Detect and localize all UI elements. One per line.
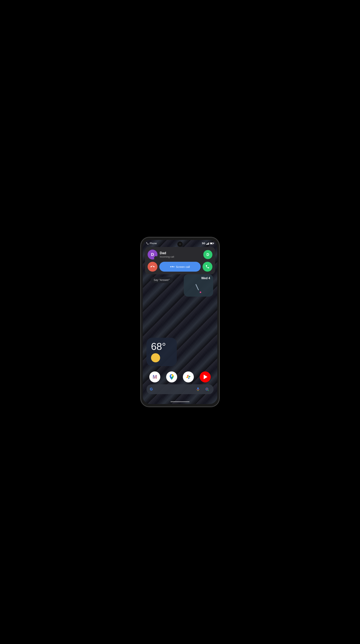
svg-text:G: G <box>150 387 153 391</box>
home-indicator[interactable] <box>170 401 190 402</box>
caller-avatar: D <box>148 250 158 260</box>
battery-tip <box>213 243 214 244</box>
clock-day-label: Wed 4 <box>187 276 210 280</box>
signal-bars <box>206 242 209 245</box>
maps-app-icon[interactable] <box>166 372 177 382</box>
phone-frame: Phone 5G <box>140 237 220 407</box>
battery-icon <box>210 242 214 244</box>
decline-button[interactable] <box>148 262 158 272</box>
accept-button[interactable] <box>202 262 212 272</box>
signal-bar-3 <box>208 243 208 245</box>
accept-initial: D <box>206 252 209 257</box>
caller-text: Dad Incoming call <box>160 251 174 258</box>
call-notification: D Dad Incoming call D <box>145 247 215 274</box>
accept-icon <box>206 264 210 269</box>
signal-bar-4 <box>208 242 209 245</box>
say-answer-tooltip: Say "Answer" <box>151 277 173 283</box>
search-bar[interactable]: G <box>146 384 214 394</box>
network-label: 5G <box>202 242 205 245</box>
svg-point-1 <box>188 376 189 378</box>
accept-avatar: D <box>203 250 212 259</box>
maps-svg-icon <box>168 374 175 380</box>
battery-fill <box>210 243 212 244</box>
phone-screen: Phone 5G <box>143 240 217 404</box>
google-g-icon: G <box>150 387 154 392</box>
temperature-display: 68° <box>151 342 172 351</box>
signal-bar-2 <box>207 244 208 245</box>
photos-svg-icon <box>185 374 192 380</box>
signal-bar-1 <box>206 244 207 245</box>
sun-icon <box>151 353 160 362</box>
lens-search-button[interactable] <box>204 386 210 393</box>
front-camera <box>179 243 181 245</box>
svg-line-9 <box>208 390 209 391</box>
volume-down-button[interactable] <box>219 281 220 288</box>
youtube-play-icon <box>204 375 208 379</box>
gmail-m-letter: M <box>153 374 157 380</box>
caller-name: Dad <box>160 251 174 255</box>
decline-icon <box>150 264 154 269</box>
clock-visual <box>191 281 206 294</box>
mic-icon <box>196 387 200 391</box>
voice-search-button[interactable] <box>194 386 202 393</box>
photos-app-icon[interactable] <box>183 372 194 382</box>
screen-dots-icon <box>170 266 174 267</box>
app-row: M <box>146 372 214 382</box>
screen-call-button[interactable]: Screen call <box>159 262 201 272</box>
caller-initial-main: D <box>151 252 154 257</box>
screen-call-label: Screen call <box>176 265 190 268</box>
volume-up-button[interactable] <box>219 272 220 279</box>
phone-small-icon <box>155 257 157 259</box>
call-status-label: Incoming call <box>160 255 174 258</box>
svg-point-0 <box>171 376 172 377</box>
weather-widget[interactable]: 68° <box>146 338 177 366</box>
middle-row: Say "Answer" Wed 4 <box>145 276 215 296</box>
phone-badge-icon <box>154 256 158 260</box>
clock-hour-hand <box>195 284 199 290</box>
call-buttons: Screen call <box>148 262 212 272</box>
dock-area: M <box>143 372 217 394</box>
clock-widget[interactable]: Wed 4 <box>184 274 213 296</box>
status-right: 5G <box>202 242 214 245</box>
power-button[interactable] <box>219 286 220 297</box>
svg-point-8 <box>206 388 208 390</box>
battery-body <box>210 242 213 244</box>
clock-minute-dot <box>200 292 201 293</box>
app-name-label: Phone <box>150 242 157 245</box>
call-top-row: D Dad Incoming call D <box>148 250 212 260</box>
youtube-app-icon[interactable] <box>200 372 211 382</box>
gmail-app-icon[interactable]: M <box>149 372 160 382</box>
phone-status-icon <box>146 242 149 245</box>
call-info: D Dad Incoming call <box>148 250 174 260</box>
camera-notch <box>177 242 183 247</box>
lens-icon <box>205 387 209 391</box>
status-left: Phone <box>146 242 157 245</box>
